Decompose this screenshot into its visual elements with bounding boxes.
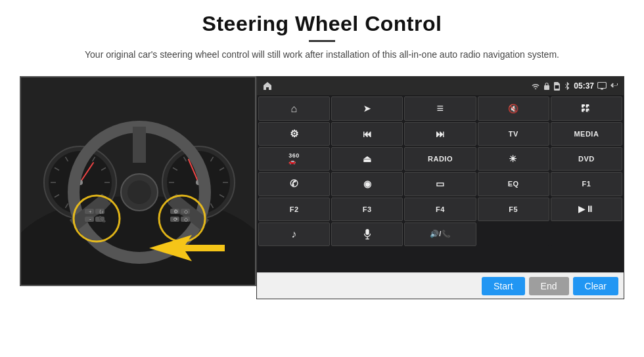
lock-icon xyxy=(543,82,550,91)
btn-eq[interactable]: EQ xyxy=(478,172,549,196)
settings-icon: ⚙ xyxy=(290,128,299,140)
btn-empty2 xyxy=(551,222,622,246)
status-bar: 05:37 xyxy=(257,77,624,95)
content-row: + ⟨♪ - 📞 ⚙ ◇ ⟳ ◇ xyxy=(20,76,624,299)
btn-list[interactable] xyxy=(404,96,476,120)
svg-rect-67 xyxy=(584,106,585,108)
steering-wheel-image: + ⟨♪ - 📞 ⚙ ◇ ⟳ ◇ xyxy=(20,76,256,286)
btn-radio[interactable]: RADIO xyxy=(404,147,476,171)
bottom-bar: Start End Clear xyxy=(257,272,624,299)
home-icon xyxy=(262,81,273,91)
title-section: Steering Wheel Control Your original car… xyxy=(85,12,559,62)
btn-apps[interactable] xyxy=(551,96,622,120)
btn-f3[interactable]: F3 xyxy=(331,198,403,221)
title-divider xyxy=(309,40,335,42)
btn-f4[interactable]: F4 xyxy=(404,198,476,221)
eject-icon: ⏏ xyxy=(363,154,372,164)
page-subtitle: Your original car's steering wheel contr… xyxy=(85,47,559,62)
btn-mute[interactable]: 🔇 xyxy=(478,96,549,120)
btn-tv[interactable]: TV xyxy=(478,122,549,146)
f3-label: F3 xyxy=(363,205,372,213)
map-icon: ◉ xyxy=(363,178,372,189)
btn-brightness[interactable]: ☀ xyxy=(478,147,549,171)
f1-label: F1 xyxy=(582,180,591,188)
btn-playpause[interactable]: ▶⏸ xyxy=(551,198,622,221)
btn-nav[interactable] xyxy=(331,96,403,120)
end-button[interactable]: End xyxy=(529,277,569,295)
btn-f5[interactable]: F5 xyxy=(478,198,549,221)
status-right: 05:37 xyxy=(531,81,618,91)
svg-text:⟨♪: ⟨♪ xyxy=(99,209,104,215)
mic-icon xyxy=(362,229,373,240)
rewind-icon: ⏮ xyxy=(363,129,373,139)
android-panel: 05:37 xyxy=(256,76,624,299)
btn-dvd[interactable]: DVD xyxy=(551,147,622,171)
svg-rect-62 xyxy=(601,89,603,90)
btn-map[interactable]: ◉ xyxy=(331,172,403,196)
volphone-icon: 🔊/📞 xyxy=(430,230,451,238)
wifi-icon xyxy=(531,82,540,90)
btn-mic[interactable] xyxy=(331,222,403,246)
forward-icon: ⏭ xyxy=(436,129,446,139)
radio-label: RADIO xyxy=(428,155,453,163)
svg-text:+: + xyxy=(89,209,92,215)
btn-eject[interactable]: ⏏ xyxy=(331,147,403,171)
svg-text:◇: ◇ xyxy=(184,209,189,215)
nav-icon xyxy=(363,104,371,114)
btn-f1[interactable]: F1 xyxy=(551,172,622,196)
status-time: 05:37 xyxy=(574,81,594,91)
btn-rewind[interactable]: ⏮ xyxy=(331,122,403,146)
phone-icon: ✆ xyxy=(290,178,299,190)
clear-button[interactable]: Clear xyxy=(573,277,618,295)
eq-label: EQ xyxy=(508,180,519,188)
btn-360[interactable]: 360🚗 xyxy=(258,147,330,171)
home-btn-icon xyxy=(291,103,298,115)
btn-media[interactable]: MEDIA xyxy=(551,122,622,146)
bluetooth-icon xyxy=(564,81,570,91)
start-button[interactable]: Start xyxy=(482,277,525,295)
tv-label: TV xyxy=(509,130,518,138)
media-label: MEDIA xyxy=(574,130,599,138)
apps-icon xyxy=(581,104,591,114)
list-icon xyxy=(436,102,444,116)
f4-label: F4 xyxy=(436,205,445,213)
btn-phone[interactable]: ✆ xyxy=(258,172,330,196)
svg-rect-61 xyxy=(598,83,607,89)
360-icon: 360🚗 xyxy=(288,153,300,165)
svg-rect-68 xyxy=(588,106,589,108)
btn-volphone[interactable]: 🔊/📞 xyxy=(404,222,476,246)
svg-rect-60 xyxy=(555,85,559,89)
window-icon: ▭ xyxy=(436,178,445,189)
btn-settings[interactable]: ⚙ xyxy=(258,122,330,146)
f2-label: F2 xyxy=(290,205,299,213)
page-container: Steering Wheel Control Your original car… xyxy=(0,0,644,357)
screen-icon xyxy=(597,82,607,90)
btn-f2[interactable]: F2 xyxy=(258,198,330,221)
page-title: Steering Wheel Control xyxy=(85,12,559,36)
music-icon: ♪ xyxy=(291,228,297,240)
svg-text:-: - xyxy=(89,217,91,222)
svg-rect-59 xyxy=(544,85,549,90)
brightness-icon: ☀ xyxy=(509,154,518,164)
svg-rect-70 xyxy=(588,110,589,112)
btn-empty1 xyxy=(478,222,549,246)
svg-text:⚙: ⚙ xyxy=(173,209,178,215)
f5-label: F5 xyxy=(509,205,518,213)
sim-icon xyxy=(553,82,561,91)
playpause-icon: ▶⏸ xyxy=(578,204,594,214)
status-left xyxy=(262,81,273,91)
svg-text:◇: ◇ xyxy=(184,217,189,222)
btn-music[interactable]: ♪ xyxy=(258,222,330,246)
dvd-label: DVD xyxy=(578,155,595,163)
svg-rect-71 xyxy=(365,229,369,235)
svg-text:⟳: ⟳ xyxy=(173,217,178,222)
button-grid: 🔇 ⚙ xyxy=(257,95,624,272)
btn-home[interactable] xyxy=(258,96,330,120)
svg-text:📞: 📞 xyxy=(99,215,106,223)
svg-point-39 xyxy=(127,180,151,204)
svg-rect-69 xyxy=(584,110,585,112)
mute-icon: 🔇 xyxy=(508,104,519,114)
btn-window[interactable]: ▭ xyxy=(404,172,476,196)
back-arrow-icon xyxy=(610,82,618,90)
btn-forward[interactable]: ⏭ xyxy=(404,122,476,146)
